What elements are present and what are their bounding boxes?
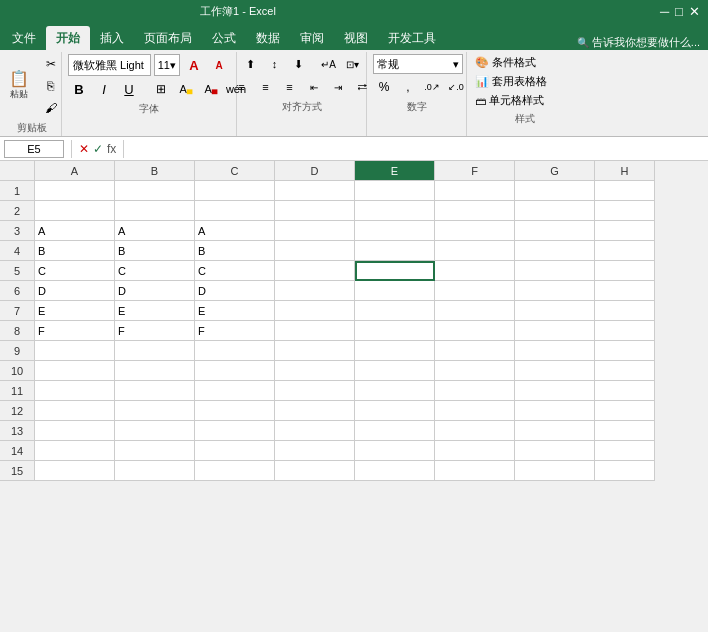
cell[interactable] xyxy=(275,441,355,461)
cell[interactable] xyxy=(595,221,655,241)
col-header-c[interactable]: C xyxy=(195,161,275,181)
cell[interactable]: F xyxy=(195,321,275,341)
cell[interactable]: E xyxy=(115,301,195,321)
cell[interactable]: E xyxy=(195,301,275,321)
cell[interactable] xyxy=(35,341,115,361)
cell[interactable] xyxy=(515,321,595,341)
cell[interactable]: D xyxy=(195,281,275,301)
cell[interactable] xyxy=(595,461,655,481)
cell[interactable]: A xyxy=(115,221,195,241)
cell[interactable]: C xyxy=(115,261,195,281)
cell[interactable] xyxy=(115,201,195,221)
cell[interactable] xyxy=(355,181,435,201)
cell[interactable] xyxy=(435,341,515,361)
cell[interactable] xyxy=(515,421,595,441)
cell[interactable] xyxy=(595,421,655,441)
tab-file[interactable]: 文件 xyxy=(2,26,46,50)
cell[interactable] xyxy=(35,361,115,381)
cell[interactable]: A xyxy=(35,221,115,241)
cell[interactable] xyxy=(595,201,655,221)
confirm-formula-icon[interactable]: ✓ xyxy=(93,142,103,156)
cell[interactable] xyxy=(435,401,515,421)
cell[interactable] xyxy=(275,201,355,221)
copy-button[interactable]: ⎘ xyxy=(40,76,62,96)
cell[interactable] xyxy=(355,261,435,281)
row-number[interactable]: 2 xyxy=(0,201,35,221)
cell[interactable] xyxy=(195,421,275,441)
cell[interactable] xyxy=(515,221,595,241)
decrease-decimal-button[interactable]: .0↗ xyxy=(421,77,443,97)
border-button[interactable]: ⊞ xyxy=(150,79,172,99)
cell[interactable] xyxy=(195,201,275,221)
cell[interactable] xyxy=(355,321,435,341)
col-header-a[interactable]: A xyxy=(35,161,115,181)
cell[interactable] xyxy=(515,361,595,381)
cell[interactable] xyxy=(515,461,595,481)
cell[interactable] xyxy=(355,461,435,481)
fill-color-button[interactable]: A▄ xyxy=(175,79,197,99)
merge-button[interactable]: ⊡▾ xyxy=(342,54,364,74)
cell[interactable] xyxy=(355,381,435,401)
cell[interactable] xyxy=(195,361,275,381)
underline-button[interactable]: U xyxy=(118,79,140,99)
close-button[interactable]: ✕ xyxy=(689,4,700,19)
cell[interactable] xyxy=(355,281,435,301)
cell[interactable] xyxy=(275,261,355,281)
row-number[interactable]: 11 xyxy=(0,381,35,401)
cell[interactable] xyxy=(595,301,655,321)
cell[interactable] xyxy=(275,461,355,481)
cell[interactable] xyxy=(595,401,655,421)
col-header-g[interactable]: G xyxy=(515,161,595,181)
cell[interactable] xyxy=(35,401,115,421)
cell[interactable] xyxy=(275,181,355,201)
cell[interactable] xyxy=(515,401,595,421)
cell[interactable] xyxy=(355,241,435,261)
row-number[interactable]: 1 xyxy=(0,181,35,201)
col-header-e[interactable]: E xyxy=(355,161,435,181)
row-number[interactable]: 7 xyxy=(0,301,35,321)
cell-style-button[interactable]: 🗃 单元格样式 xyxy=(473,92,576,109)
cell[interactable] xyxy=(275,301,355,321)
cell[interactable] xyxy=(275,221,355,241)
table-style-button[interactable]: 📊 套用表格格 xyxy=(473,73,576,90)
row-number[interactable]: 8 xyxy=(0,321,35,341)
col-header-b[interactable]: B xyxy=(115,161,195,181)
tab-home[interactable]: 开始 xyxy=(46,26,90,50)
cell[interactable] xyxy=(595,181,655,201)
align-right-button[interactable]: ≡ xyxy=(279,77,301,97)
cell[interactable] xyxy=(355,421,435,441)
font-name-selector[interactable]: 微软雅黑 Light xyxy=(68,54,151,76)
cell[interactable] xyxy=(435,221,515,241)
align-center-button[interactable]: ≡ xyxy=(255,77,277,97)
bold-button[interactable]: B xyxy=(68,79,90,99)
row-number[interactable]: 4 xyxy=(0,241,35,261)
cell[interactable] xyxy=(115,401,195,421)
row-number[interactable]: 12 xyxy=(0,401,35,421)
cell[interactable] xyxy=(435,381,515,401)
cut-button[interactable]: ✂ xyxy=(40,54,62,74)
cell[interactable] xyxy=(435,181,515,201)
cell[interactable]: B xyxy=(35,241,115,261)
font-grow-button[interactable]: A xyxy=(183,55,205,75)
font-shrink-button[interactable]: A xyxy=(208,55,230,75)
cell[interactable] xyxy=(35,441,115,461)
cell[interactable] xyxy=(195,401,275,421)
maximize-button[interactable]: □ xyxy=(675,4,683,19)
italic-button[interactable]: I xyxy=(93,79,115,99)
tab-formulas[interactable]: 公式 xyxy=(202,26,246,50)
cell[interactable]: C xyxy=(195,261,275,281)
cancel-formula-icon[interactable]: ✕ xyxy=(79,142,89,156)
row-number[interactable]: 14 xyxy=(0,441,35,461)
name-box[interactable]: E5 xyxy=(4,140,64,158)
decrease-indent-button[interactable]: ⇤ xyxy=(303,77,325,97)
formula-input[interactable] xyxy=(131,142,704,156)
font-size-selector[interactable]: 11 ▾ xyxy=(154,54,180,76)
cell[interactable] xyxy=(595,361,655,381)
row-number[interactable]: 13 xyxy=(0,421,35,441)
align-left-button[interactable]: ≡ xyxy=(231,77,253,97)
cell[interactable] xyxy=(595,261,655,281)
cell[interactable] xyxy=(35,181,115,201)
cell[interactable] xyxy=(355,401,435,421)
cell[interactable] xyxy=(115,421,195,441)
cell[interactable] xyxy=(355,361,435,381)
